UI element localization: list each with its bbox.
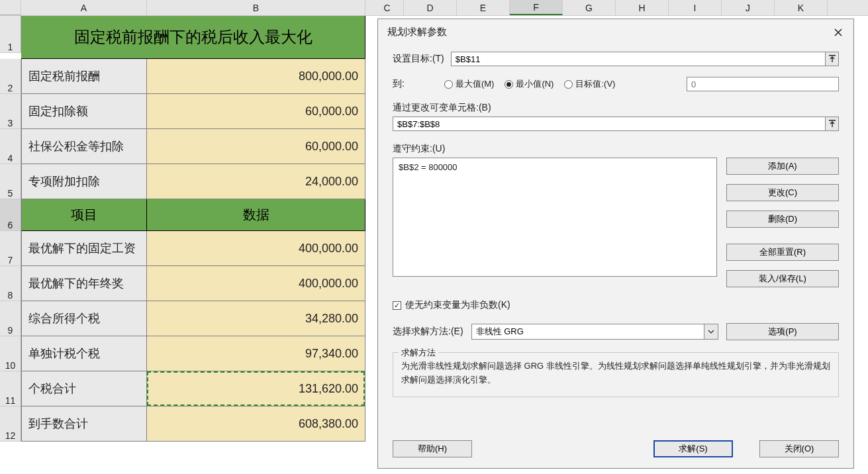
radio-icon <box>564 80 573 89</box>
cell-A11[interactable]: 个税合计 <box>21 371 147 406</box>
cell-B3[interactable]: 60,000.00 <box>147 94 365 129</box>
col-header-C[interactable]: C <box>371 0 404 15</box>
cell-B9[interactable]: 34,280.00 <box>147 301 365 336</box>
cell-A3[interactable]: 固定扣除额 <box>21 94 147 129</box>
title-cell[interactable]: 固定税前报酬下的税后收入最大化 <box>21 16 365 59</box>
cell-B2[interactable]: 800,000.00 <box>147 59 365 94</box>
cell-A9[interactable]: 综合所得个税 <box>21 301 147 336</box>
col-header-H[interactable]: H <box>616 0 669 15</box>
row-9: 9 综合所得个税 34,280.00 <box>0 301 371 336</box>
row-header[interactable]: 1 <box>0 16 21 53</box>
delete-button[interactable]: 删除(D) <box>726 211 839 228</box>
cell-B11[interactable]: 131,620.00 <box>147 371 365 406</box>
load-save-button[interactable]: 装入/保存(L) <box>726 270 839 287</box>
cell-B4[interactable]: 60,000.00 <box>147 129 365 164</box>
cell-A5[interactable]: 专项附加扣除 <box>21 164 147 199</box>
cell-B6[interactable]: 数据 <box>147 199 365 231</box>
row-header[interactable]: 11 <box>0 371 21 406</box>
row-header[interactable]: 4 <box>0 129 21 164</box>
radio-icon <box>505 80 513 89</box>
constraint-item[interactable]: $B$2 = 800000 <box>399 162 711 172</box>
set-objective-label: 设置目标:(T) <box>393 53 444 65</box>
col-header-G[interactable]: G <box>563 0 616 15</box>
help-button[interactable]: 帮助(H) <box>393 440 472 457</box>
row-header[interactable]: 9 <box>0 301 21 336</box>
radio-min[interactable]: 最小值(N) <box>505 78 554 90</box>
row-2: 2 固定税前报酬 800,000.00 <box>0 59 371 94</box>
add-button[interactable]: 添加(A) <box>726 158 839 175</box>
method-description-group: 求解方法 为光滑非线性规划求解问题选择 GRG 非线性引擎。为线性规划求解问题选… <box>393 352 839 397</box>
column-headers: A B <box>0 0 371 16</box>
row-header[interactable]: 12 <box>0 406 21 442</box>
cell-A6[interactable]: 项目 <box>21 199 147 231</box>
cell-A12[interactable]: 到手数合计 <box>21 406 147 442</box>
radio-value[interactable]: 目标值:(V) <box>564 78 615 90</box>
row-7: 7 最优解下的固定工资 400,000.00 <box>0 231 371 266</box>
dialog-title-text: 规划求解参数 <box>387 26 447 38</box>
row-header[interactable]: 3 <box>0 94 21 129</box>
cell-A8[interactable]: 最优解下的年终奖 <box>21 266 147 301</box>
method-group-title: 求解方法 <box>399 347 438 359</box>
method-select-value[interactable] <box>471 324 704 340</box>
constraints-listbox[interactable]: $B$2 = 800000 <box>393 158 717 277</box>
nonneg-checkbox[interactable] <box>393 301 401 310</box>
cell-B12[interactable]: 608,380.00 <box>147 406 365 442</box>
cell-B5[interactable]: 24,000.00 <box>147 164 365 199</box>
row-5: 5 专项附加扣除 24,000.00 <box>0 164 371 199</box>
row-12: 12 到手数合计 608,380.00 <box>0 406 371 442</box>
cell-B10[interactable]: 97,340.00 <box>147 336 365 371</box>
col-header-I[interactable]: I <box>669 0 722 15</box>
radio-icon <box>444 80 453 89</box>
cell-B7[interactable]: 400,000.00 <box>147 231 365 266</box>
cell-A7[interactable]: 最优解下的固定工资 <box>21 231 147 266</box>
row-4: 4 社保公积金等扣除 60,000.00 <box>0 129 371 164</box>
change-button[interactable]: 更改(C) <box>726 184 839 201</box>
column-headers-right: C D E F G H I J K <box>371 0 868 16</box>
set-objective-input[interactable] <box>451 52 826 66</box>
cell-A10[interactable]: 单独计税个税 <box>21 336 147 371</box>
row-11: 11 个税合计 131,620.00 <box>0 371 371 406</box>
col-header-B[interactable]: B <box>147 0 365 15</box>
radio-max[interactable]: 最大值(M) <box>444 78 495 90</box>
row-8: 8 最优解下的年终奖 400,000.00 <box>0 266 371 301</box>
col-header-F[interactable]: F <box>510 0 563 15</box>
spreadsheet-area: A B 1 固定税前报酬下的税后收入最大化 2 固定税前报酬 800,000.0… <box>0 0 371 442</box>
reset-all-button[interactable]: 全部重置(R) <box>726 244 839 261</box>
options-button[interactable]: 选项(P) <box>726 323 839 340</box>
row-6: 6 项目 数据 <box>0 199 371 231</box>
col-header-J[interactable]: J <box>722 0 775 15</box>
col-header-E[interactable]: E <box>457 0 510 15</box>
changing-cells-label: 通过更改可变单元格:(B) <box>393 102 839 114</box>
row-header[interactable]: 10 <box>0 336 21 371</box>
row-1: 1 固定税前报酬下的税后收入最大化 <box>0 16 371 59</box>
cell-B8[interactable]: 400,000.00 <box>147 266 365 301</box>
ref-picker-icon[interactable] <box>826 117 839 131</box>
row-header[interactable]: 6 <box>0 199 21 231</box>
row-header[interactable]: 7 <box>0 231 21 266</box>
dialog-titlebar: 规划求解参数 <box>378 19 853 42</box>
nonneg-label: 使无约束变量为非负数(K) <box>405 299 510 311</box>
col-header-D[interactable]: D <box>404 0 457 15</box>
close-button[interactable]: 关闭(O) <box>759 440 839 457</box>
col-header-A[interactable]: A <box>21 0 147 15</box>
constraints-label: 遵守约束:(U) <box>393 143 839 155</box>
svg-rect-0 <box>829 55 836 56</box>
col-header-K[interactable]: K <box>775 0 828 15</box>
row-3: 3 固定扣除额 60,000.00 <box>0 94 371 129</box>
solve-button[interactable]: 求解(S) <box>653 440 733 457</box>
close-icon[interactable] <box>832 26 844 38</box>
radio-min-label: 最小值(N) <box>516 78 554 90</box>
row-header[interactable]: 2 <box>0 59 21 94</box>
target-value-input[interactable] <box>687 77 839 91</box>
cell-A4[interactable]: 社保公积金等扣除 <box>21 129 147 164</box>
chevron-down-icon[interactable] <box>704 324 718 340</box>
changing-cells-input[interactable] <box>393 117 826 131</box>
row-header[interactable]: 8 <box>0 266 21 301</box>
select-all-corner[interactable] <box>0 0 21 15</box>
svg-rect-1 <box>829 120 836 121</box>
method-select[interactable] <box>471 324 718 340</box>
ref-picker-icon[interactable] <box>826 52 839 66</box>
to-label: 到: <box>393 78 405 90</box>
row-header[interactable]: 5 <box>0 164 21 199</box>
cell-A2[interactable]: 固定税前报酬 <box>21 59 147 94</box>
